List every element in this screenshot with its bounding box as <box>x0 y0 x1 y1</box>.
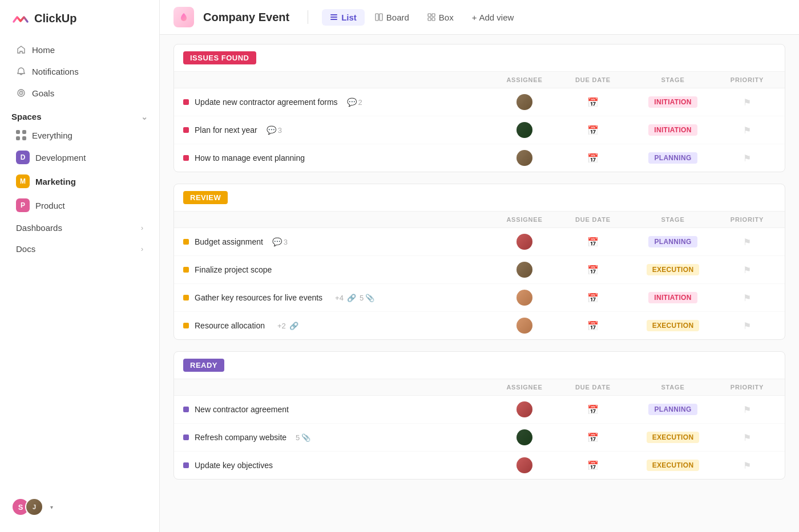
task-meta: +2 🔗 <box>274 322 298 330</box>
comment-icon: 💬 <box>272 237 282 246</box>
table-row[interactable]: New contractor agreement 📅 PLANNING ⚑ <box>174 396 785 424</box>
user-dropdown-icon[interactable]: ▾ <box>50 504 53 510</box>
table-row[interactable]: Resource allocation +2 🔗 📅 EXECUTION ⚑ <box>174 312 785 339</box>
due-date-cell[interactable]: 📅 <box>559 432 627 443</box>
due-date-cell[interactable]: 📅 <box>559 97 627 108</box>
due-date-cell[interactable]: 📅 <box>559 460 627 471</box>
stage-badge[interactable]: EXECUTION <box>647 460 700 471</box>
avatar-initials <box>516 318 532 334</box>
priority-flag-icon[interactable]: ⚑ <box>743 237 751 247</box>
group-badge-issues[interactable]: ISSUES FOUND <box>183 51 256 64</box>
avatar-group[interactable]: S J <box>11 498 43 516</box>
sidebar-item-docs[interactable]: Docs › <box>5 238 155 259</box>
table-row[interactable]: Plan for next year 💬 3 📅 INITIATION ⚑ <box>174 116 785 144</box>
group-review: REVIEW ASSIGNEE DUE DATE STAGE PRIORITY … <box>173 184 785 340</box>
spaces-chevron-icon[interactable]: ⌄ <box>141 112 148 121</box>
priority-flag-icon[interactable]: ⚑ <box>743 404 751 415</box>
avatar[interactable] <box>516 262 532 278</box>
table-row[interactable]: Gather key resources for live events +4 … <box>174 284 785 312</box>
avatar[interactable] <box>516 234 532 250</box>
stage-badge[interactable]: EXECUTION <box>647 264 700 275</box>
priority-flag-icon[interactable]: ⚑ <box>743 432 751 443</box>
avatar[interactable] <box>516 290 532 306</box>
sidebar-item-dashboards[interactable]: Dashboards › <box>5 217 155 238</box>
col-stage: STAGE <box>627 216 719 223</box>
sidebar-item-marketing[interactable]: M Marketing <box>5 169 155 193</box>
stage-badge[interactable]: INITIATION <box>648 124 697 136</box>
priority-flag-icon[interactable]: ⚑ <box>743 293 751 303</box>
avatar-initials <box>516 401 532 417</box>
col-stage: STAGE <box>627 76 719 83</box>
avatar[interactable] <box>516 122 532 138</box>
calendar-icon[interactable]: 📅 <box>587 125 599 136</box>
tab-list[interactable]: List <box>322 9 365 26</box>
stage-badge[interactable]: INITIATION <box>648 96 697 108</box>
spaces-label: Spaces <box>11 112 42 121</box>
sidebar-item-product[interactable]: P Product <box>5 193 155 217</box>
due-date-cell[interactable]: 📅 <box>559 153 627 164</box>
comment-icon: 💬 <box>267 125 276 135</box>
avatar[interactable] <box>516 150 532 166</box>
tab-board[interactable]: Board <box>367 9 417 26</box>
attachment-number: 5 <box>296 433 300 442</box>
calendar-icon[interactable]: 📅 <box>587 460 599 471</box>
group-badge-review[interactable]: REVIEW <box>183 191 228 204</box>
avatar[interactable] <box>516 401 532 417</box>
priority-flag-icon[interactable]: ⚑ <box>743 265 751 275</box>
calendar-icon[interactable]: 📅 <box>587 432 599 443</box>
tab-box[interactable]: Box <box>419 9 462 26</box>
calendar-icon[interactable]: 📅 <box>587 153 599 164</box>
sidebar-item-home[interactable]: Home <box>5 39 155 60</box>
sidebar-item-notifications[interactable]: Notifications <box>5 60 155 82</box>
calendar-icon[interactable]: 📅 <box>587 320 599 331</box>
sidebar-item-development[interactable]: D Development <box>5 145 155 169</box>
calendar-icon[interactable]: 📅 <box>587 97 599 108</box>
assignee-cell <box>490 290 559 306</box>
priority-cell: ⚑ <box>719 153 776 164</box>
due-date-cell[interactable]: 📅 <box>559 293 627 303</box>
add-view-button[interactable]: + Add view <box>464 9 522 26</box>
stage-badge[interactable]: PLANNING <box>648 152 697 164</box>
col-due-date: DUE DATE <box>559 216 627 223</box>
group-header-ready: READY <box>174 352 785 379</box>
priority-flag-icon[interactable]: ⚑ <box>743 125 751 136</box>
avatar[interactable] <box>516 94 532 110</box>
avatar[interactable] <box>516 457 532 473</box>
assignee-cell <box>490 429 559 445</box>
stage-cell: EXECUTION <box>627 320 719 331</box>
sidebar-item-goals[interactable]: Goals <box>5 82 155 104</box>
avatar[interactable] <box>516 429 532 445</box>
table-row[interactable]: How to manage event planning 📅 PLANNING … <box>174 144 785 172</box>
stage-badge[interactable]: EXECUTION <box>647 432 700 443</box>
task-status-dot <box>183 462 189 468</box>
avatar-initials <box>516 290 532 306</box>
calendar-icon[interactable]: 📅 <box>587 404 599 415</box>
table-row[interactable]: Finalize project scope 📅 EXECUTION ⚑ <box>174 256 785 284</box>
group-badge-ready[interactable]: READY <box>183 359 224 372</box>
priority-flag-icon[interactable]: ⚑ <box>743 153 751 164</box>
priority-flag-icon[interactable]: ⚑ <box>743 460 751 471</box>
table-row[interactable]: Refresh company website 5 📎 📅 EXECUTION … <box>174 424 785 452</box>
tab-box-label: Box <box>439 13 454 22</box>
due-date-cell[interactable]: 📅 <box>559 237 627 247</box>
table-row[interactable]: Update new contractor agreement forms 💬 … <box>174 88 785 116</box>
calendar-icon[interactable]: 📅 <box>587 293 599 303</box>
col-due-date: DUE DATE <box>559 76 627 83</box>
due-date-cell[interactable]: 📅 <box>559 265 627 275</box>
stage-badge[interactable]: PLANNING <box>648 404 697 415</box>
stage-badge[interactable]: INITIATION <box>648 292 697 303</box>
stage-badge[interactable]: EXECUTION <box>647 320 700 331</box>
priority-flag-icon[interactable]: ⚑ <box>743 97 751 108</box>
calendar-icon[interactable]: 📅 <box>587 237 599 247</box>
due-date-cell[interactable]: 📅 <box>559 404 627 415</box>
priority-flag-icon[interactable]: ⚑ <box>743 320 751 331</box>
comment-count: 💬 2 <box>347 98 362 107</box>
sidebar-item-everything[interactable]: Everything <box>5 125 155 145</box>
table-row[interactable]: Budget assignment 💬 3 📅 PLANNING ⚑ <box>174 228 785 256</box>
due-date-cell[interactable]: 📅 <box>559 125 627 136</box>
avatar[interactable] <box>516 318 532 334</box>
table-row[interactable]: Update key objectives 📅 EXECUTION ⚑ <box>174 452 785 479</box>
due-date-cell[interactable]: 📅 <box>559 320 627 331</box>
calendar-icon[interactable]: 📅 <box>587 265 599 275</box>
stage-badge[interactable]: PLANNING <box>648 236 697 247</box>
